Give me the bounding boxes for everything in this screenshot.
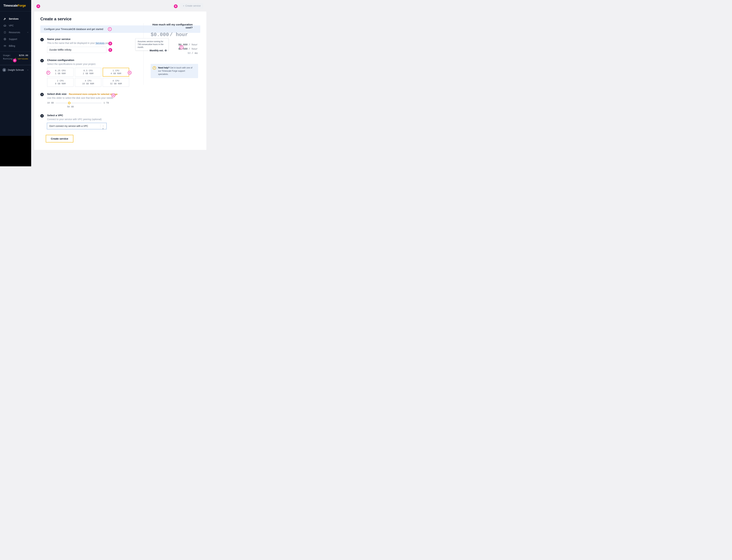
annotation-marker-f2: F — [180, 45, 183, 49]
step-number: 2 — [40, 59, 44, 62]
step-title: Select a VPC — [47, 114, 144, 117]
form-column: 1 Name your service This is the name tha… — [40, 38, 144, 129]
step-disk: 3 Select disk size Recommend more comput… — [40, 92, 144, 108]
step-name: 1 Name your service This is the name tha… — [40, 38, 144, 53]
create-service-button-top[interactable]: + Create service — [180, 3, 203, 9]
step-title: Choose configuration — [47, 59, 144, 62]
step-subtitle: Select the specifications to power your … — [47, 63, 144, 65]
annotation-marker-d2: D — [108, 42, 112, 45]
service-name-input[interactable] — [47, 47, 106, 53]
help-bold: Need help? — [158, 67, 169, 69]
annotation-marker-b: B — [174, 4, 177, 8]
running-value[interactable]: 3 services — [15, 57, 28, 61]
tile-cpu: 0.25 CPU — [55, 69, 66, 72]
create-service-button[interactable]: Create service — [46, 135, 73, 142]
slider-max: 1 TB — [103, 102, 109, 104]
sidebar-item-label: Resources — [9, 31, 20, 34]
annotation-marker-i: I — [101, 127, 105, 131]
svg-point-2 — [4, 39, 5, 39]
annotation-marker-c: C — [108, 27, 112, 31]
annotation-marker-g: G — [128, 71, 131, 75]
brand-part2: Forge — [18, 4, 26, 7]
step-title-row: Select disk size Recommend more compute … — [47, 92, 144, 96]
vpc-select[interactable]: Don't connect my service with a VPC — [47, 123, 106, 129]
step-title: Name your service — [47, 38, 144, 41]
button-label: Create service — [185, 4, 201, 7]
sidebar-item-label: VPC — [9, 24, 14, 27]
disk-warning: Recommend more compute for selected stor… — [69, 93, 118, 95]
config-tile-5[interactable]: 8 CPU 32 GB RAM — [103, 78, 129, 87]
sidebar-item-label: Billing — [9, 45, 15, 47]
tile-ram: 2 GB RAM — [83, 72, 93, 75]
sidebar-item-services[interactable]: Services — [0, 15, 31, 22]
config-tile-2[interactable]: 1 CPU 4 GB RAM — [103, 68, 129, 77]
vpc-selected-value: Don't connect my service with a VPC — [49, 125, 88, 127]
config-tile-3[interactable]: 2 CPU 8 GB RAM — [47, 78, 74, 87]
tile-cpu: 1 CPU — [112, 69, 119, 72]
sidebar-item-billing[interactable]: Billing — [0, 43, 31, 49]
nav: Services VPC Resources Support — [0, 11, 31, 49]
help-box: ? Need help? Get in touch with one of ou… — [151, 64, 198, 78]
main: + Create service Create a service Config… — [31, 0, 209, 166]
sidebar-item-label: Services — [9, 17, 19, 20]
step-subtitle: Use this slider to select the disk size … — [47, 97, 144, 99]
user-menu[interactable]: Dwight Schrute — [0, 65, 31, 75]
tile-cpu: 8 CPU — [112, 80, 119, 82]
config-tile-1[interactable]: 0.5 CPU 2 GB RAM — [75, 68, 101, 77]
config-tile-0[interactable]: 0.25 CPU 1 GB RAM — [47, 68, 74, 77]
sidebar-footer-spacer — [0, 136, 31, 166]
annotation-marker-e: E — [108, 48, 112, 52]
credit-card-icon — [3, 45, 6, 47]
page-title: Create a service — [40, 17, 200, 21]
slider-min: 10 GB — [47, 102, 54, 104]
step-subtitle: Connect to your service with VPC peering… — [47, 118, 144, 121]
svg-rect-3 — [4, 45, 6, 47]
config-grid: 0.25 CPU 1 GB RAM 0.5 CPU 2 GB RAM 1 CPU… — [47, 68, 144, 87]
chevron-down-icon — [27, 31, 29, 33]
annotation-marker-d: D — [13, 59, 17, 62]
slider-track[interactable] — [56, 103, 101, 103]
monthly-est-label: Monthly est. i — [150, 49, 167, 52]
tile-ram: 8 GB RAM — [55, 82, 66, 85]
usage-label: Usage: — [3, 54, 11, 57]
tile-ram: 1 GB RAM — [55, 72, 66, 75]
cost-row-unit: / hour — [189, 43, 198, 46]
sidebar-item-vpc[interactable]: VPC — [0, 22, 31, 29]
avatar-icon — [2, 68, 6, 72]
sidebar-item-resources[interactable]: Resources — [0, 29, 31, 36]
step-vpc: 4 Select a VPC Connect to your service w… — [40, 114, 144, 129]
topbar: + Create service — [31, 0, 209, 12]
svg-point-4 — [4, 69, 5, 70]
cost-big-value: $0.000 — [151, 32, 169, 38]
logo: TimescaleForge — [3, 4, 26, 7]
info-icon[interactable]: i — [164, 49, 167, 52]
step-number: 3 — [40, 93, 44, 96]
usage-value: $250.00 — [19, 54, 28, 57]
slider-knob[interactable] — [68, 102, 70, 104]
cost-row-unit: / mo — [192, 52, 198, 55]
monthly-tooltip: Assumes service running for 730 consecut… — [135, 38, 169, 50]
annotation-marker-f: F — [46, 71, 50, 75]
step-number: 1 — [40, 38, 44, 41]
cost-row-val: $0.000 — [178, 43, 187, 46]
cost-big-unit: / hour — [170, 32, 188, 38]
cloud-icon — [3, 24, 6, 27]
annotation-marker-a: A — [36, 4, 40, 8]
tile-cpu: 4 CPU — [85, 80, 91, 82]
question-icon: ? — [153, 66, 156, 70]
tile-ram: 4 GB RAM — [111, 72, 121, 75]
sidebar-item-support[interactable]: Support — [0, 36, 31, 43]
step-subtitle: This is the name that will be displayed … — [47, 42, 144, 44]
svg-point-1 — [4, 38, 6, 40]
disk-slider[interactable]: 10 GB 1 TB — [47, 102, 144, 104]
chevron-down-icon — [27, 69, 29, 71]
tile-ram: 32 GB RAM — [110, 82, 122, 85]
user-name: Dwight Schrute — [8, 69, 24, 71]
card: Create a service Configure your Timescal… — [34, 12, 206, 150]
annotation-marker-h: H — [111, 94, 115, 97]
cost-row-val: $0 — [187, 52, 191, 55]
services-link[interactable]: Services — [96, 42, 105, 44]
plus-icon: + — [183, 4, 184, 7]
brand-area: TimescaleForge — [0, 0, 31, 11]
config-tile-4[interactable]: 4 CPU 16 GB RAM — [75, 78, 101, 87]
